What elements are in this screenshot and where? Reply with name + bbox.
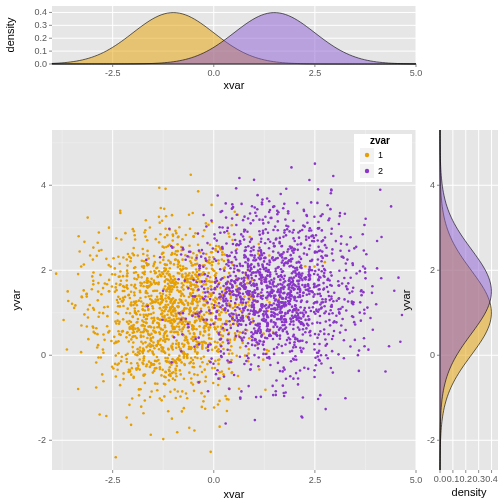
svg-point-1210 xyxy=(178,261,181,264)
svg-point-1334 xyxy=(102,333,105,336)
svg-point-393 xyxy=(174,258,177,261)
svg-point-2350 xyxy=(222,327,225,330)
svg-point-1838 xyxy=(318,269,321,272)
svg-point-2695 xyxy=(313,348,316,351)
svg-point-2537 xyxy=(233,233,236,236)
svg-point-2760 xyxy=(162,290,165,293)
svg-point-2559 xyxy=(360,319,363,322)
svg-point-2435 xyxy=(262,353,265,356)
svg-point-1357 xyxy=(104,282,107,285)
svg-point-2313 xyxy=(312,306,315,309)
svg-point-1419 xyxy=(178,291,181,294)
svg-point-1447 xyxy=(185,234,188,237)
svg-point-2694 xyxy=(329,208,332,211)
svg-point-1428 xyxy=(155,344,158,347)
svg-point-494 xyxy=(168,374,171,377)
svg-point-3011 xyxy=(290,260,293,263)
svg-point-2232 xyxy=(210,219,213,222)
svg-point-1170 xyxy=(148,360,151,363)
svg-point-2923 xyxy=(293,299,296,302)
svg-point-2208 xyxy=(363,224,366,227)
svg-point-2026 xyxy=(224,202,227,205)
svg-point-951 xyxy=(228,235,231,238)
svg-point-2857 xyxy=(267,323,270,326)
svg-point-1899 xyxy=(220,345,223,348)
svg-point-1478 xyxy=(98,249,101,252)
svg-point-1435 xyxy=(196,263,199,266)
svg-point-1073 xyxy=(169,306,172,309)
svg-point-961 xyxy=(201,371,204,374)
svg-point-1498 xyxy=(210,319,213,322)
svg-point-1959 xyxy=(290,320,293,323)
svg-point-655 xyxy=(144,296,147,299)
svg-point-1394 xyxy=(191,336,194,339)
svg-point-2811 xyxy=(261,288,264,291)
svg-point-1401 xyxy=(132,228,135,231)
svg-point-1638 xyxy=(243,336,246,339)
svg-point-2240 xyxy=(218,226,221,229)
svg-point-711 xyxy=(175,343,178,346)
svg-point-787 xyxy=(205,253,208,256)
svg-point-2306 xyxy=(227,259,230,262)
svg-point-2199 xyxy=(235,335,238,338)
svg-point-2957 xyxy=(273,315,276,318)
svg-point-1755 xyxy=(290,360,293,363)
svg-point-2271 xyxy=(220,355,223,358)
svg-point-2310 xyxy=(201,249,204,252)
svg-point-184 xyxy=(168,293,171,296)
svg-point-332 xyxy=(66,348,69,351)
svg-point-2750 xyxy=(235,298,238,301)
svg-point-1752 xyxy=(313,343,316,346)
svg-point-1397 xyxy=(152,341,155,344)
svg-point-1482 xyxy=(95,254,98,257)
svg-point-1211 xyxy=(146,281,149,284)
svg-point-2946 xyxy=(263,268,266,271)
svg-point-258 xyxy=(205,311,208,314)
svg-text:4: 4 xyxy=(41,180,46,190)
svg-point-838 xyxy=(95,361,98,364)
svg-point-283 xyxy=(239,346,242,349)
svg-point-1284 xyxy=(188,313,191,316)
svg-point-1076 xyxy=(132,351,135,354)
svg-point-2121 xyxy=(321,298,324,301)
svg-point-874 xyxy=(235,285,238,288)
svg-point-997 xyxy=(114,286,117,289)
svg-point-1492 xyxy=(186,397,189,400)
svg-point-2275 xyxy=(201,280,204,283)
svg-point-2000 xyxy=(314,333,317,336)
svg-point-1944 xyxy=(277,220,280,223)
svg-point-1537 xyxy=(164,332,167,335)
svg-point-2078 xyxy=(250,268,253,271)
svg-point-237 xyxy=(119,384,122,387)
svg-point-897 xyxy=(214,367,217,370)
svg-point-630 xyxy=(118,275,121,278)
svg-point-2934 xyxy=(280,345,283,348)
svg-point-2120 xyxy=(230,300,233,303)
svg-point-1439 xyxy=(127,294,130,297)
svg-point-2027 xyxy=(319,315,322,318)
svg-point-709 xyxy=(139,297,142,300)
svg-point-1101 xyxy=(200,392,203,395)
svg-point-2094 xyxy=(297,317,300,320)
svg-point-1751 xyxy=(292,377,295,380)
svg-point-309 xyxy=(209,276,212,279)
svg-point-2673 xyxy=(297,288,300,291)
svg-point-1232 xyxy=(186,356,189,359)
svg-point-3035 xyxy=(241,311,244,314)
svg-point-2304 xyxy=(209,361,212,364)
svg-point-2160 xyxy=(351,290,354,293)
svg-point-1854 xyxy=(303,210,306,213)
svg-point-374 xyxy=(257,252,260,255)
svg-point-1494 xyxy=(157,340,160,343)
svg-point-2373 xyxy=(275,331,278,334)
svg-point-1032 xyxy=(201,406,204,409)
svg-point-1828 xyxy=(345,269,348,272)
svg-point-883 xyxy=(138,358,141,361)
svg-point-1356 xyxy=(141,305,144,308)
svg-point-1865 xyxy=(239,283,242,286)
svg-point-2780 xyxy=(307,274,310,277)
svg-point-148 xyxy=(145,322,148,325)
svg-point-1174 xyxy=(194,273,197,276)
svg-point-1486 xyxy=(114,456,117,459)
svg-point-2905 xyxy=(293,358,296,361)
